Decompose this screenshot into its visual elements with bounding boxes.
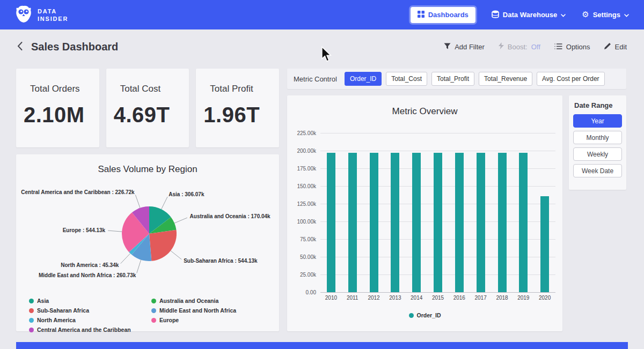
pie-label-sub-saharan-africa: Sub-Saharan Africa : 544.13k [184,258,258,264]
kpi-row: Total Orders2.10MTotal Cost4.69TTotal Pr… [16,69,279,147]
y-tick-label: 125.00k [289,201,316,207]
pencil-icon [604,42,611,51]
legend-dot [409,313,414,318]
pie-label-europe: Europe : 544.13k [63,227,106,233]
y-tick-label: 225.00k [289,130,316,136]
legend-dot [151,299,156,303]
dashboards-label: Dashboards [428,11,469,19]
y-tick-label: 100.00k [289,219,316,225]
y-tick-label: 50.00k [289,254,316,260]
kpi-value: 2.10M [24,103,92,127]
x-tick-label: 2016 [453,295,465,301]
kpi-value: 4.69T [114,103,182,127]
x-tick-label: 2012 [368,295,379,301]
boost-bolt-icon [499,42,504,51]
legend-dot [29,308,34,313]
date-range-buttons: YearMonthlyWeeklyWeek Date [573,114,622,177]
boost-state: Off [531,43,540,51]
x-tick-label: 2014 [411,295,422,301]
pie-legend-item-central-america-and-the-caribbean: Central America and the Caribbean [29,325,151,334]
add-filter-button[interactable]: Add Filter [444,43,485,51]
metric-control-buttons: Order_IDTotal_CostTotal_ProfitTotal_Reve… [345,72,605,86]
pie-leader-line [121,254,130,264]
boost-label: Boost: [508,43,528,51]
pie-legend-item-australia-and-oceania: Australia and Oceania [151,296,266,305]
bar-2015 [434,153,442,292]
header-actions: Add Filter Boost: Off Options [444,42,627,51]
pie-label-middle-east-and-north-africa: Middle East and North Africa : 260.73k [39,272,136,278]
bar-chart-legend: Order_ID [287,311,562,320]
legend-label: Australia and Oceania [159,296,218,305]
bar-chart-title: Metric Overview [287,106,562,117]
pie-chart-title: Sales Volume by Region [16,164,279,175]
bar-2011 [348,153,357,292]
options-button[interactable]: Options [554,43,590,51]
pie-legend-item-middle-east-and-north-africa: Middle East and North Africa [151,306,266,315]
y-tick-label: 175.00k [289,166,316,172]
date-range-btn-monthly[interactable]: Monthly [573,131,622,144]
x-tick-label: 2017 [474,295,486,301]
settings-label: Settings [593,11,620,19]
brand-line-2: INSIDER [38,15,68,23]
edit-label: Edit [615,43,627,51]
x-tick-label: 2020 [539,295,551,301]
gear-icon: ⚙ [582,11,589,19]
x-tick-label: 2018 [496,295,508,301]
metric-btn-avg-cost-per-order[interactable]: Avg. Cost per Order [537,72,605,86]
y-tick-label: 200.00k [289,148,316,154]
legend-label: Asia [37,296,49,305]
pie-chart: Asia : 306.07kAustralia and Oceania : 17… [16,176,279,296]
date-range-btn-year[interactable]: Year [573,114,622,128]
date-range-card: Date Range YearMonthlyWeeklyWeek Date [569,95,626,190]
pie-leader-line [171,251,181,259]
legend-dot [29,318,34,323]
legend-dot [151,318,156,323]
options-label: Options [566,43,590,51]
bar-2010 [327,153,335,292]
y-tick-label: 25.00k [289,272,316,278]
bar-2017 [477,153,485,292]
pie-slice-sub-saharan-africa [149,230,177,261]
legend-label: Middle East and North Africa [159,306,236,315]
navbar-menu: Dashboards Data Warehouse ⚙ Settings [411,7,629,23]
x-tick-label: 2011 [347,295,358,301]
pie-label-central-america-and-the-caribbean: Central America and the Caribbean : 226.… [21,189,135,195]
metric-btn-order-id[interactable]: Order_ID [345,72,382,86]
pie-label-asia: Asia : 306.07k [169,191,204,197]
x-tick-label: 2019 [517,295,529,301]
metric-btn-total-revenue[interactable]: Total_Revenue [479,72,532,86]
x-tick-label: 2010 [325,295,337,301]
gridline [320,151,555,151]
settings-menu[interactable]: ⚙ Settings [582,11,629,19]
bar-2019 [519,153,528,292]
legend-label: Central America and the Caribbean [37,325,131,334]
metric-btn-total-profit[interactable]: Total_Profit [431,72,474,86]
kpi-label: Total Cost [114,84,182,94]
pie-leader-line [108,231,122,232]
legend-label: North America [37,316,76,324]
pie-label-north-america: North America : 45.34k [61,262,119,268]
database-icon [492,10,499,20]
dashboards-button[interactable]: Dashboards [411,7,475,23]
data-warehouse-menu[interactable]: Data Warehouse [492,10,566,20]
brand[interactable]: DATA INSIDER [15,5,68,25]
x-tick-label: 2013 [389,295,401,301]
gridline [320,292,555,293]
metric-btn-total-cost[interactable]: Total_Cost [386,72,427,86]
filter-funnel-icon [444,43,451,51]
pie-legend-item-north-america: North America [29,316,151,324]
date-range-btn-weekly[interactable]: Weekly [573,147,622,161]
pie-leader-line [137,260,141,273]
chevron-down-icon [624,11,629,19]
boost-toggle[interactable]: Boost: Off [499,42,540,51]
edit-button[interactable]: Edit [604,42,627,51]
legend-label: Sub-Saharan Africa [37,306,89,315]
list-icon [554,43,562,51]
back-button[interactable] [17,42,23,52]
bar-legend-item-order-id: Order_ID [409,311,441,320]
date-range-btn-week-date[interactable]: Week Date [573,164,622,177]
pie-legend: AsiaAustralia and OceaniaSub-Saharan Afr… [16,296,279,334]
brand-line-1: DATA [38,8,68,15]
chevron-left-icon [17,42,23,52]
kpi-label: Total Orders [24,84,92,94]
